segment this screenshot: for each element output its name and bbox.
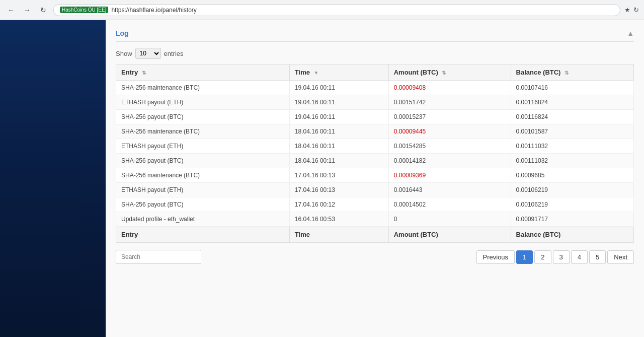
cell-time: 18.04.16 00:11 bbox=[289, 154, 388, 168]
cell-balance: 0.00116824 bbox=[511, 110, 633, 124]
footer-col-entry: Entry bbox=[116, 227, 290, 243]
table-row: SHA-256 maintenance (BTC)17.04.16 00:130… bbox=[116, 168, 634, 183]
show-entries: Show 10 5 25 50 100 entries bbox=[116, 48, 634, 59]
main-content: Log ▲ Show 10 5 25 50 100 entries Entry … bbox=[106, 20, 644, 337]
cell-balance: 0.00106219 bbox=[511, 197, 633, 212]
cell-balance: 0.00107416 bbox=[511, 81, 633, 95]
history-table: Entry ⇅ Time ▼ Amount (BTC) ⇅ Balance (B… bbox=[116, 64, 634, 243]
table-footer-row: Entry Time Amount (BTC) Balance (BTC) bbox=[116, 227, 634, 243]
cell-time: 19.04.16 00:11 bbox=[289, 110, 388, 124]
url-bar: HashCoins OU [EE] https://hashflare.io/p… bbox=[53, 4, 620, 16]
col-entry[interactable]: Entry ⇅ bbox=[116, 64, 290, 81]
log-title: Log bbox=[116, 29, 129, 37]
page-5-button[interactable]: 5 bbox=[589, 250, 606, 264]
cell-time: 18.04.16 00:11 bbox=[289, 139, 388, 154]
col-balance[interactable]: Balance (BTC) ⇅ bbox=[511, 64, 633, 81]
forward-button[interactable]: → bbox=[21, 4, 33, 16]
table-row: ETHASH payout (ETH)19.04.16 00:110.00151… bbox=[116, 95, 634, 110]
cell-entry: ETHASH payout (ETH) bbox=[116, 183, 290, 197]
star-icon[interactable]: ★ bbox=[624, 6, 630, 14]
table-row: SHA-256 payout (BTC)17.04.16 00:120.0001… bbox=[116, 197, 634, 212]
sidebar bbox=[0, 20, 106, 337]
back-button[interactable]: ← bbox=[5, 4, 17, 16]
cell-time: 18.04.16 00:11 bbox=[289, 124, 388, 139]
cell-balance: 0.0009685 bbox=[511, 168, 633, 183]
page-2-button[interactable]: 2 bbox=[534, 250, 551, 264]
page-4-button[interactable]: 4 bbox=[571, 250, 588, 264]
cell-entry: ETHASH payout (ETH) bbox=[116, 139, 290, 154]
cell-entry: SHA-256 payout (BTC) bbox=[116, 197, 290, 212]
log-header: Log ▲ bbox=[116, 25, 634, 42]
table-header-row: Entry ⇅ Time ▼ Amount (BTC) ⇅ Balance (B… bbox=[116, 64, 634, 81]
cell-amount: 0.00015237 bbox=[388, 110, 511, 124]
cell-balance: 0.00101587 bbox=[511, 124, 633, 139]
table-row: ETHASH payout (ETH)18.04.16 00:110.00154… bbox=[116, 139, 634, 154]
sort-icon-time: ▼ bbox=[314, 70, 319, 76]
refresh-button[interactable]: ↻ bbox=[37, 4, 49, 16]
browser-bar: ← → ↻ HashCoins OU [EE] https://hashflar… bbox=[0, 0, 644, 20]
cell-balance: 0.00111032 bbox=[511, 139, 633, 154]
cell-amount: 0.00014182 bbox=[388, 154, 511, 168]
footer-col-balance: Balance (BTC) bbox=[511, 227, 633, 243]
cell-entry: SHA-256 payout (BTC) bbox=[116, 154, 290, 168]
cell-time: 19.04.16 00:11 bbox=[289, 81, 388, 95]
cell-balance: 0.00111032 bbox=[511, 154, 633, 168]
table-row: SHA-256 payout (BTC)19.04.16 00:110.0001… bbox=[116, 110, 634, 124]
search-input[interactable] bbox=[116, 250, 201, 264]
entries-label: entries bbox=[164, 50, 184, 57]
table-row: SHA-256 maintenance (BTC)19.04.16 00:110… bbox=[116, 81, 634, 95]
cell-balance: 0.00116824 bbox=[511, 95, 633, 110]
cell-amount: 0.00009369 bbox=[388, 168, 511, 183]
cell-time: 17.04.16 00:13 bbox=[289, 168, 388, 183]
cell-entry: Updated profile - eth_wallet bbox=[116, 212, 290, 227]
browser-actions: ★ ↻ bbox=[624, 6, 639, 14]
footer-col-amount: Amount (BTC) bbox=[388, 227, 511, 243]
refresh-icon[interactable]: ↻ bbox=[633, 6, 639, 14]
cell-amount: 0.00154285 bbox=[388, 139, 511, 154]
cell-time: 16.04.16 00:53 bbox=[289, 212, 388, 227]
collapse-button[interactable]: ▲ bbox=[627, 29, 634, 37]
col-amount[interactable]: Amount (BTC) ⇅ bbox=[388, 64, 511, 81]
cell-amount: 0.00151742 bbox=[388, 95, 511, 110]
previous-button[interactable]: Previous bbox=[476, 250, 515, 264]
cell-time: 17.04.16 00:12 bbox=[289, 197, 388, 212]
cell-amount: 0 bbox=[388, 212, 511, 227]
bottom-bar: Previous 1 2 3 4 5 Next bbox=[116, 250, 634, 264]
table-body: SHA-256 maintenance (BTC)19.04.16 00:110… bbox=[116, 81, 634, 227]
col-time[interactable]: Time ▼ bbox=[289, 64, 388, 81]
cell-time: 17.04.16 00:13 bbox=[289, 183, 388, 197]
cell-amount: 0.0016443 bbox=[388, 183, 511, 197]
cell-entry: SHA-256 maintenance (BTC) bbox=[116, 168, 290, 183]
cell-entry: SHA-256 maintenance (BTC) bbox=[116, 124, 290, 139]
sort-icon-balance: ⇅ bbox=[565, 70, 569, 76]
cell-balance: 0.00091717 bbox=[511, 212, 633, 227]
ssl-badge: HashCoins OU [EE] bbox=[60, 7, 108, 13]
entries-select[interactable]: 10 5 25 50 100 bbox=[135, 48, 161, 59]
cell-entry: ETHASH payout (ETH) bbox=[116, 95, 290, 110]
table-row: Updated profile - eth_wallet16.04.16 00:… bbox=[116, 212, 634, 227]
sort-icon-amount: ⇅ bbox=[442, 70, 446, 76]
url-text: https://hashflare.io/panel/history bbox=[111, 7, 196, 14]
page-1-button[interactable]: 1 bbox=[516, 250, 533, 264]
table-row: ETHASH payout (ETH)17.04.16 00:130.00164… bbox=[116, 183, 634, 197]
cell-amount: 0.00009408 bbox=[388, 81, 511, 95]
sort-icon-entry: ⇅ bbox=[142, 70, 146, 76]
show-label: Show bbox=[116, 50, 132, 57]
next-button[interactable]: Next bbox=[607, 250, 634, 264]
footer-col-time: Time bbox=[289, 227, 388, 243]
cell-amount: 0.00014502 bbox=[388, 197, 511, 212]
cell-entry: SHA-256 payout (BTC) bbox=[116, 110, 290, 124]
cell-entry: SHA-256 maintenance (BTC) bbox=[116, 81, 290, 95]
cell-amount: 0.00009445 bbox=[388, 124, 511, 139]
cell-balance: 0.00106219 bbox=[511, 183, 633, 197]
pagination: Previous 1 2 3 4 5 Next bbox=[476, 250, 634, 264]
table-row: SHA-256 payout (BTC)18.04.16 00:110.0001… bbox=[116, 154, 634, 168]
cell-time: 19.04.16 00:11 bbox=[289, 95, 388, 110]
table-row: SHA-256 maintenance (BTC)18.04.16 00:110… bbox=[116, 124, 634, 139]
page-3-button[interactable]: 3 bbox=[553, 250, 570, 264]
